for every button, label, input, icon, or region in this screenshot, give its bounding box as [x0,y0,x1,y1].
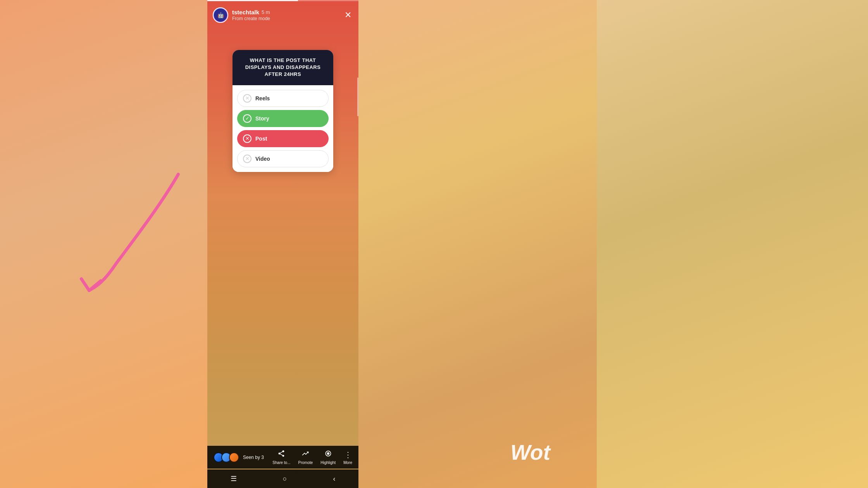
phone-scrollbar[interactable] [357,77,358,116]
highlight-label: Highlight [320,461,336,465]
share-action[interactable]: Share to... [272,450,290,465]
phone-container: 🤖 tstechtalk 5 m From create mode ✕ WHAT… [207,0,358,488]
story-header: 🤖 tstechtalk 5 m From create mode ✕ [207,1,358,27]
option-icon-story: ✓ [243,114,251,123]
more-action[interactable]: ⋮ More [343,450,352,465]
right-background [597,0,868,488]
more-label: More [343,461,352,465]
quiz-question-text: WHAT IS THE POST THAT DISPLAYS AND DISAP… [239,57,327,78]
seen-avatar-3 [229,452,239,462]
seen-text: Seen by 3 [243,455,264,460]
promote-label: Promote [298,461,313,465]
outer-background: Wot 🤖 tstechtalk 5 m From create mode [0,0,868,488]
option-icon-video: ✕ [243,155,251,163]
promote-action[interactable]: Promote [298,450,313,465]
highlight-action[interactable]: Highlight [320,450,336,465]
option-icon-reels: ✕ [243,94,251,103]
share-label: Share to... [272,461,290,465]
story-subtitle: From create mode [232,16,343,21]
option-label-post: Post [255,136,267,142]
story-username: tstechtalk 5 m [232,9,343,15]
quiz-question: WHAT IS THE POST THAT DISPLAYS AND DISAP… [232,50,333,85]
quiz-options: ✕ Reels ✓ Story ✕ Post ✕ Video [232,85,333,172]
bottom-actions: Share to... Promote [272,450,352,465]
username-text: tstechtalk [232,9,259,15]
time-text: 5 m [262,9,270,15]
left-background [0,0,207,488]
avatar[interactable]: 🤖 [213,7,228,23]
nav-menu-button[interactable]: ☰ [231,474,237,483]
highlight-icon [324,450,332,459]
nav-home-button[interactable]: ○ [283,475,287,483]
svg-point-1 [327,453,329,455]
quiz-option-story[interactable]: ✓ Story [237,110,329,127]
avatar-inner: 🤖 [214,9,227,22]
bottom-bar: Seen by 3 Share to... [207,446,358,469]
phone-nav: ☰ ○ ‹ [207,469,358,488]
seen-avatars [214,452,237,462]
promote-icon [301,450,309,459]
option-label-reels: Reels [255,95,270,101]
option-label-story: Story [255,115,269,122]
seen-by-section[interactable]: Seen by 3 [214,452,264,462]
story-user-info: tstechtalk 5 m From create mode [232,9,343,21]
quiz-option-video[interactable]: ✕ Video [237,150,329,167]
quiz-option-reels[interactable]: ✕ Reels [237,90,329,107]
avatar-icon: 🤖 [217,12,224,18]
more-icon: ⋮ [344,450,352,459]
share-icon [277,450,285,459]
wot-annotation: Wot [510,440,550,465]
option-icon-post: ✕ [243,134,251,143]
nav-back-button[interactable]: ‹ [333,475,335,483]
close-icon[interactable]: ✕ [343,9,353,22]
option-label-video: Video [255,156,270,162]
quiz-option-post[interactable]: ✕ Post [237,130,329,147]
quiz-widget: WHAT IS THE POST THAT DISPLAYS AND DISAP… [232,50,333,172]
